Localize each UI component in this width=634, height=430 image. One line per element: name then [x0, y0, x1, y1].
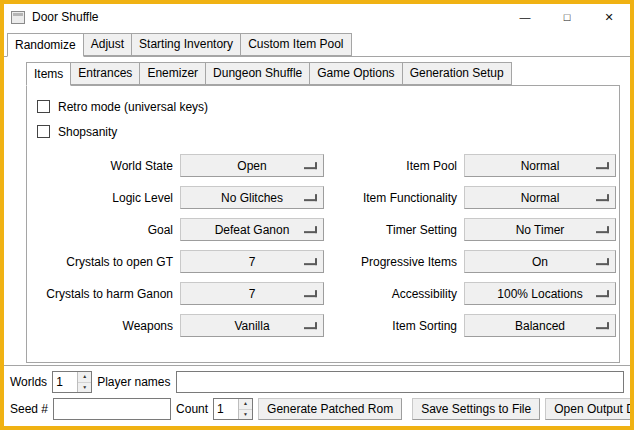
dropdown-indicator-icon [304, 290, 317, 297]
world-state-dropdown[interactable]: Open [180, 154, 324, 177]
tab-generation-setup[interactable]: Generation Setup [402, 62, 512, 85]
dropdown-indicator-icon [596, 162, 609, 169]
accessibility-dropdown[interactable]: 100% Locations [464, 282, 616, 305]
dropdown-indicator-icon [304, 226, 317, 233]
item-pool-dropdown[interactable]: Normal [464, 154, 616, 177]
item-functionality-label: Item Functionality [331, 191, 457, 205]
crystals-gt-dropdown[interactable]: 7 [180, 250, 324, 273]
logic-level-value: No Glitches [221, 191, 283, 205]
retro-mode-checkbox[interactable] [37, 100, 50, 113]
crystals-ganon-dropdown[interactable]: 7 [180, 282, 324, 305]
world-state-label: World State [29, 159, 173, 173]
timer-setting-value: No Timer [516, 223, 565, 237]
app-icon[interactable] [11, 11, 25, 24]
minimize-icon: — [520, 11, 531, 23]
progressive-items-label: Progressive Items [331, 255, 457, 269]
dropdown-indicator-icon [596, 322, 609, 329]
tab-randomize[interactable]: Randomize [7, 33, 84, 57]
count-label: Count [176, 402, 208, 416]
tab-dungeon-shuffle[interactable]: Dungeon Shuffle [205, 62, 310, 85]
item-sorting-value: Balanced [515, 319, 565, 333]
world-state-value: Open [237, 159, 266, 173]
worlds-value[interactable]: 1 [53, 372, 77, 392]
seed-row: Seed # Count 1 ▲ ▼ Generate Patched Rom … [10, 398, 624, 420]
bottom-controls: Worlds 1 ▲ ▼ Player names Seed # Count 1… [4, 366, 630, 426]
weapons-value: Vanilla [234, 319, 269, 333]
window-controls: — □ ✕ [504, 4, 630, 30]
progressive-items-dropdown[interactable]: On [464, 250, 616, 273]
player-names-label: Player names [97, 375, 170, 389]
spin-up-icon[interactable]: ▲ [239, 399, 252, 409]
spin-down-icon[interactable]: ▼ [78, 382, 91, 393]
item-sorting-label: Item Sorting [331, 319, 457, 333]
weapons-label: Weapons [29, 319, 173, 333]
dropdown-indicator-icon [304, 194, 317, 201]
tab-custom-item-pool[interactable]: Custom Item Pool [240, 33, 351, 56]
item-sorting-dropdown[interactable]: Balanced [464, 314, 616, 337]
dropdown-indicator-icon [304, 322, 317, 329]
goal-label: Goal [29, 223, 173, 237]
main-tab-bar: Randomize Adjust Starting Inventory Cust… [4, 30, 630, 56]
count-value[interactable]: 1 [214, 399, 238, 419]
item-functionality-dropdown[interactable]: Normal [464, 186, 616, 209]
tab-enemizer[interactable]: Enemizer [139, 62, 206, 85]
count-spin-buttons: ▲ ▼ [238, 399, 252, 419]
worlds-spin-buttons: ▲ ▼ [77, 372, 91, 392]
dropdown-indicator-icon [596, 290, 609, 297]
dropdown-indicator-icon [304, 258, 317, 265]
item-functionality-value: Normal [521, 191, 560, 205]
save-settings-button[interactable]: Save Settings to File [412, 398, 540, 420]
shopsanity-label: Shopsanity [58, 125, 117, 139]
retro-mode-row: Retro mode (universal keys) [37, 94, 618, 119]
crystals-gt-label: Crystals to open GT [29, 255, 173, 269]
seed-label: Seed # [10, 402, 48, 416]
count-spinner: 1 ▲ ▼ [213, 398, 253, 420]
window: Door Shuffle — □ ✕ Randomize Adjust Star… [0, 0, 634, 430]
options-grid: World State Open Item Pool Normal Logic … [29, 154, 617, 337]
seed-input[interactable] [53, 398, 171, 420]
accessibility-label: Accessibility [331, 287, 457, 301]
dropdown-indicator-icon [596, 258, 609, 265]
tab-items[interactable]: Items [26, 62, 71, 86]
retro-mode-label: Retro mode (universal keys) [58, 100, 208, 114]
window-title: Door Shuffle [32, 10, 99, 24]
logic-level-label: Logic Level [29, 191, 173, 205]
sub-tab-bar: Items Entrances Enemizer Dungeon Shuffle… [4, 57, 630, 85]
shopsanity-row: Shopsanity [37, 119, 618, 144]
tab-starting-inventory[interactable]: Starting Inventory [131, 33, 241, 56]
spin-up-icon[interactable]: ▲ [78, 372, 91, 382]
minimize-button[interactable]: — [504, 4, 546, 30]
crystals-ganon-value: 7 [249, 287, 256, 301]
titlebar[interactable]: Door Shuffle — □ ✕ [4, 4, 630, 30]
timer-setting-dropdown[interactable]: No Timer [464, 218, 616, 241]
weapons-dropdown[interactable]: Vanilla [180, 314, 324, 337]
dropdown-indicator-icon [304, 162, 317, 169]
goal-dropdown[interactable]: Defeat Ganon [180, 218, 324, 241]
player-names-input[interactable] [176, 371, 625, 393]
maximize-button[interactable]: □ [546, 4, 588, 30]
dropdown-indicator-icon [596, 226, 609, 233]
tab-entrances[interactable]: Entrances [70, 62, 140, 85]
crystals-gt-value: 7 [249, 255, 256, 269]
item-pool-value: Normal [521, 159, 560, 173]
maximize-icon: □ [564, 11, 571, 23]
spin-down-icon[interactable]: ▼ [239, 409, 252, 420]
progressive-items-value: On [532, 255, 548, 269]
tab-adjust[interactable]: Adjust [83, 33, 132, 56]
items-panel: Retro mode (universal keys) Shopsanity W… [26, 85, 620, 363]
close-button[interactable]: ✕ [588, 4, 630, 30]
worlds-label: Worlds [10, 375, 47, 389]
logic-level-dropdown[interactable]: No Glitches [180, 186, 324, 209]
generate-patched-rom-button[interactable]: Generate Patched Rom [258, 398, 402, 420]
goal-value: Defeat Ganon [215, 223, 290, 237]
dropdown-indicator-icon [596, 194, 609, 201]
accessibility-value: 100% Locations [497, 287, 582, 301]
randomize-panel: Items Entrances Enemizer Dungeon Shuffle… [4, 56, 630, 366]
tab-game-options[interactable]: Game Options [309, 62, 402, 85]
timer-setting-label: Timer Setting [331, 223, 457, 237]
worlds-row: Worlds 1 ▲ ▼ Player names [10, 371, 624, 393]
shopsanity-checkbox[interactable] [37, 125, 50, 138]
item-pool-label: Item Pool [331, 159, 457, 173]
open-output-directory-button[interactable]: Open Output Directory [545, 398, 634, 420]
crystals-ganon-label: Crystals to harm Ganon [29, 287, 173, 301]
